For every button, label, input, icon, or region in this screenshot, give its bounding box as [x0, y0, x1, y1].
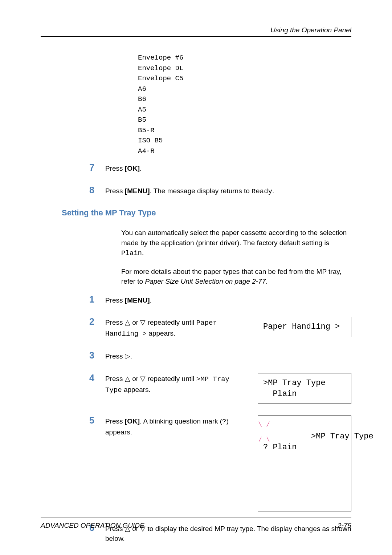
text: .	[266, 278, 268, 285]
text: . The message display returns to	[150, 187, 252, 195]
intro-paragraph-2: For more details about the paper types t…	[121, 267, 351, 287]
blink-indicator-icon: ╲	[259, 422, 261, 428]
list-item: ISO B5	[138, 135, 351, 146]
step-number: 7	[89, 163, 105, 173]
text: . A blinking question mark (	[140, 417, 222, 425]
intro-paragraph-1: You can automatically select the paper c…	[121, 228, 351, 259]
step-number: 2	[89, 317, 105, 327]
step-text: Press △ or ▽ repeatedly until Paper Hand…	[105, 317, 247, 339]
footer: ADVANCED OPERATION GUIDE 2-75	[41, 518, 351, 530]
display-box: Paper Handling >	[258, 317, 351, 337]
list-item: B5	[138, 115, 351, 125]
list-item: Envelope DL	[138, 63, 351, 74]
step-number: 3	[89, 351, 105, 361]
mono-text: Plain	[121, 249, 142, 257]
page: Using the Operation Panel Envelope #6 En…	[0, 0, 392, 555]
section-heading: Setting the MP Tray Type	[62, 208, 351, 218]
mono-text: ?	[222, 418, 226, 426]
step-1: 1 Press [MENU].	[41, 295, 351, 305]
footer-page-number: 2-75	[338, 522, 351, 530]
key-menu: [MENU]	[125, 296, 150, 304]
step-8: 8 Press [MENU]. The message display retu…	[41, 185, 351, 197]
step-2: 2 Press △ or ▽ repeatedly until Paper Ha…	[41, 317, 351, 339]
step-3: 3 Press ▷.	[41, 351, 351, 361]
step-text: Press [MENU].	[105, 295, 351, 305]
step-text: Press ▷.	[105, 351, 351, 361]
triangle-up-icon: △	[125, 375, 130, 382]
blink-indicator-icon: ╱	[259, 437, 261, 443]
text: or	[130, 319, 140, 326]
triangle-down-icon: ▽	[140, 319, 146, 326]
blink-indicator-icon: ╲	[267, 437, 269, 443]
step-text: Press [OK]. A blinking question mark (?)…	[105, 416, 247, 437]
text: .	[150, 296, 151, 304]
list-item: A6	[138, 84, 351, 94]
list-item: A5	[138, 105, 351, 115]
text: Press	[105, 319, 125, 326]
step-number: 4	[89, 373, 105, 383]
text: Press	[105, 187, 125, 195]
display-box: >MP Tray Type Plain	[258, 373, 351, 404]
text: Press	[105, 165, 125, 172]
text: appears.	[122, 386, 151, 393]
text: repeatedly until	[146, 319, 196, 326]
text: Press	[105, 352, 125, 360]
text: repeatedly until	[146, 375, 196, 382]
step-7: 7 Press [OK].	[41, 163, 351, 174]
footer-left: ADVANCED OPERATION GUIDE	[41, 522, 144, 530]
text: You can automatically select the paper c…	[121, 229, 347, 247]
list-item: Envelope #6	[138, 53, 351, 63]
list-item: B6	[138, 94, 351, 105]
key-menu: [MENU]	[125, 187, 150, 195]
step-number: 5	[89, 416, 105, 426]
text: .	[272, 187, 274, 195]
mono-text: Ready	[252, 187, 272, 195]
reference-link: Paper Size Unit Selection on page 2-77	[145, 278, 266, 285]
text: Press	[105, 417, 125, 425]
triangle-up-icon: △	[125, 319, 130, 326]
header-title: Using the Operation Panel	[41, 26, 351, 34]
content-area: Envelope #6 Envelope DL Envelope C5 A6 B…	[41, 53, 351, 555]
step-4: 4 Press △ or ▽ repeatedly until >MP Tray…	[41, 373, 351, 404]
step-text: Press [OK].	[105, 163, 351, 174]
text: or	[130, 375, 140, 382]
step-number: 1	[89, 295, 105, 305]
step-text: Press △ or ▽ repeatedly until >MP Tray T…	[105, 373, 247, 395]
header: Using the Operation Panel	[41, 26, 351, 37]
step-number: 8	[89, 185, 105, 195]
key-ok: [OK]	[125, 417, 140, 425]
display-text: >MP Tray Type ? Plain	[263, 432, 373, 452]
text: Press	[105, 296, 125, 304]
paper-size-list: Envelope #6 Envelope DL Envelope C5 A6 B…	[138, 53, 351, 156]
triangle-down-icon: ▽	[140, 375, 146, 382]
text: .	[130, 352, 132, 360]
list-item: A4-R	[138, 146, 351, 157]
list-item: Envelope C5	[138, 73, 351, 84]
text: .	[142, 249, 144, 256]
step-text: Press [MENU]. The message display return…	[105, 185, 351, 197]
blink-indicator-icon: ╱	[267, 422, 269, 428]
list-item: B5-R	[138, 125, 351, 136]
step-5: 5 Press [OK]. A blinking question mark (…	[41, 416, 351, 511]
text: .	[140, 165, 142, 172]
display-box-blinking: >MP Tray Type ? Plain ╲ ╱ ╱ ╲	[258, 416, 351, 511]
text: appears.	[147, 329, 175, 337]
text: Press	[105, 375, 125, 382]
key-ok: [OK]	[125, 165, 140, 172]
triangle-right-icon: ▷	[125, 352, 130, 360]
